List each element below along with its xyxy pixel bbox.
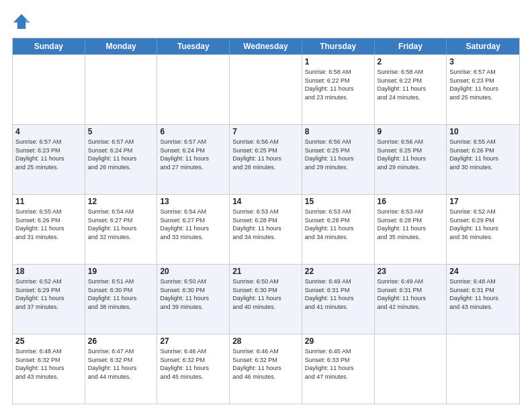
day-number: 28 xyxy=(232,336,299,346)
calendar-cell-w1d4: 8Sunrise: 6:56 AM Sunset: 6:25 PM Daylig… xyxy=(302,125,375,194)
day-number: 12 xyxy=(88,197,154,206)
calendar-header-saturday: Saturday xyxy=(447,38,519,54)
day-info: Sunrise: 6:57 AM Sunset: 6:24 PM Dayligh… xyxy=(88,138,154,171)
day-info: Sunrise: 6:53 AM Sunset: 6:28 PM Dayligh… xyxy=(232,208,299,241)
calendar-header-friday: Friday xyxy=(375,38,447,54)
calendar-cell-w0d6: 3Sunrise: 6:57 AM Sunset: 6:23 PM Daylig… xyxy=(447,55,519,124)
calendar-cell-w1d1: 5Sunrise: 6:57 AM Sunset: 6:24 PM Daylig… xyxy=(85,125,158,194)
calendar-header-tuesday: Tuesday xyxy=(157,38,230,54)
day-number: 22 xyxy=(305,267,371,276)
calendar-header-wednesday: Wednesday xyxy=(230,38,302,54)
calendar-cell-w4d0: 25Sunrise: 6:48 AM Sunset: 6:32 PM Dayli… xyxy=(13,334,85,404)
page: SundayMondayTuesdayWednesdayThursdayFrid… xyxy=(0,0,532,411)
day-number: 24 xyxy=(449,267,517,276)
calendar-cell-w1d2: 6Sunrise: 6:57 AM Sunset: 6:24 PM Daylig… xyxy=(157,125,230,194)
day-info: Sunrise: 6:52 AM Sunset: 6:29 PM Dayligh… xyxy=(15,277,82,311)
calendar-week-2: 11Sunrise: 6:55 AM Sunset: 6:26 PM Dayli… xyxy=(13,194,519,264)
calendar-cell-w0d0 xyxy=(13,55,85,124)
day-info: Sunrise: 6:57 AM Sunset: 6:23 PM Dayligh… xyxy=(15,138,82,171)
calendar-cell-w3d2: 20Sunrise: 6:50 AM Sunset: 6:30 PM Dayli… xyxy=(157,265,230,334)
calendar-body: 1Sunrise: 6:58 AM Sunset: 6:22 PM Daylig… xyxy=(13,54,519,404)
day-info: Sunrise: 6:53 AM Sunset: 6:28 PM Dayligh… xyxy=(305,208,371,241)
logo-icon xyxy=(12,12,31,31)
calendar-cell-w1d3: 7Sunrise: 6:56 AM Sunset: 6:25 PM Daylig… xyxy=(230,125,302,194)
calendar-cell-w3d1: 19Sunrise: 6:51 AM Sunset: 6:30 PM Dayli… xyxy=(85,265,158,334)
calendar-cell-w2d1: 12Sunrise: 6:54 AM Sunset: 6:27 PM Dayli… xyxy=(85,195,158,264)
calendar-week-3: 18Sunrise: 6:52 AM Sunset: 6:29 PM Dayli… xyxy=(13,264,519,334)
calendar-cell-w0d4: 1Sunrise: 6:58 AM Sunset: 6:22 PM Daylig… xyxy=(302,55,375,124)
day-number: 20 xyxy=(160,267,226,276)
calendar-header-monday: Monday xyxy=(85,38,158,54)
calendar-cell-w2d6: 17Sunrise: 6:52 AM Sunset: 6:29 PM Dayli… xyxy=(447,195,519,264)
day-number: 1 xyxy=(305,57,371,66)
day-info: Sunrise: 6:57 AM Sunset: 6:23 PM Dayligh… xyxy=(449,68,517,101)
day-info: Sunrise: 6:48 AM Sunset: 6:31 PM Dayligh… xyxy=(449,277,517,311)
day-info: Sunrise: 6:50 AM Sunset: 6:30 PM Dayligh… xyxy=(160,277,226,311)
calendar-cell-w1d0: 4Sunrise: 6:57 AM Sunset: 6:23 PM Daylig… xyxy=(13,125,85,194)
day-number: 5 xyxy=(88,127,154,136)
calendar-cell-w2d5: 16Sunrise: 6:53 AM Sunset: 6:28 PM Dayli… xyxy=(375,195,447,264)
calendar-cell-w2d0: 11Sunrise: 6:55 AM Sunset: 6:26 PM Dayli… xyxy=(13,195,85,264)
day-number: 18 xyxy=(15,267,82,276)
calendar-week-4: 25Sunrise: 6:48 AM Sunset: 6:32 PM Dayli… xyxy=(13,334,519,404)
day-number: 7 xyxy=(232,127,299,136)
day-info: Sunrise: 6:48 AM Sunset: 6:32 PM Dayligh… xyxy=(15,347,82,381)
day-number: 8 xyxy=(305,127,371,136)
calendar-cell-w2d3: 14Sunrise: 6:53 AM Sunset: 6:28 PM Dayli… xyxy=(230,195,302,264)
calendar-header-sunday: Sunday xyxy=(13,38,85,54)
day-number: 27 xyxy=(160,336,226,346)
calendar-cell-w2d4: 15Sunrise: 6:53 AM Sunset: 6:28 PM Dayli… xyxy=(302,195,375,264)
day-info: Sunrise: 6:46 AM Sunset: 6:32 PM Dayligh… xyxy=(232,347,299,381)
day-info: Sunrise: 6:56 AM Sunset: 6:25 PM Dayligh… xyxy=(232,138,299,171)
calendar-cell-w1d5: 9Sunrise: 6:56 AM Sunset: 6:25 PM Daylig… xyxy=(375,125,447,194)
day-info: Sunrise: 6:45 AM Sunset: 6:33 PM Dayligh… xyxy=(305,347,371,381)
day-number: 29 xyxy=(305,336,371,346)
calendar-cell-w4d2: 27Sunrise: 6:46 AM Sunset: 6:32 PM Dayli… xyxy=(157,334,230,404)
day-info: Sunrise: 6:54 AM Sunset: 6:27 PM Dayligh… xyxy=(160,208,226,241)
day-info: Sunrise: 6:47 AM Sunset: 6:32 PM Dayligh… xyxy=(88,347,154,381)
day-number: 10 xyxy=(449,127,517,136)
day-number: 4 xyxy=(15,127,82,136)
day-info: Sunrise: 6:55 AM Sunset: 6:26 PM Dayligh… xyxy=(449,138,517,171)
day-number: 19 xyxy=(88,267,154,276)
day-number: 9 xyxy=(378,127,444,136)
calendar-cell-w4d4: 29Sunrise: 6:45 AM Sunset: 6:33 PM Dayli… xyxy=(302,334,375,404)
calendar: SundayMondayTuesdayWednesdayThursdayFrid… xyxy=(12,38,520,404)
day-number: 16 xyxy=(378,197,444,206)
day-info: Sunrise: 6:56 AM Sunset: 6:25 PM Dayligh… xyxy=(305,138,371,171)
day-info: Sunrise: 6:58 AM Sunset: 6:22 PM Dayligh… xyxy=(305,68,371,101)
day-info: Sunrise: 6:49 AM Sunset: 6:31 PM Dayligh… xyxy=(378,277,444,311)
calendar-header-thursday: Thursday xyxy=(302,38,375,54)
calendar-cell-w3d3: 21Sunrise: 6:50 AM Sunset: 6:30 PM Dayli… xyxy=(230,265,302,334)
day-number: 3 xyxy=(449,57,517,66)
calendar-cell-w3d6: 24Sunrise: 6:48 AM Sunset: 6:31 PM Dayli… xyxy=(447,265,519,334)
day-number: 11 xyxy=(15,197,82,206)
svg-marker-1 xyxy=(26,18,30,22)
day-info: Sunrise: 6:50 AM Sunset: 6:30 PM Dayligh… xyxy=(232,277,299,311)
calendar-header-row: SundayMondayTuesdayWednesdayThursdayFrid… xyxy=(13,38,519,54)
calendar-cell-w4d1: 26Sunrise: 6:47 AM Sunset: 6:32 PM Dayli… xyxy=(85,334,158,404)
calendar-cell-w0d5: 2Sunrise: 6:58 AM Sunset: 6:22 PM Daylig… xyxy=(375,55,447,124)
day-number: 25 xyxy=(15,336,82,346)
day-info: Sunrise: 6:53 AM Sunset: 6:28 PM Dayligh… xyxy=(378,208,444,241)
day-number: 23 xyxy=(378,267,444,276)
calendar-cell-w0d3 xyxy=(230,55,302,124)
calendar-cell-w0d1 xyxy=(85,55,158,124)
calendar-cell-w4d5 xyxy=(375,334,447,404)
calendar-cell-w0d2 xyxy=(157,55,230,124)
day-number: 17 xyxy=(449,197,517,206)
day-info: Sunrise: 6:55 AM Sunset: 6:26 PM Dayligh… xyxy=(15,208,82,241)
header xyxy=(12,12,520,31)
calendar-cell-w2d2: 13Sunrise: 6:54 AM Sunset: 6:27 PM Dayli… xyxy=(157,195,230,264)
day-number: 6 xyxy=(160,127,226,136)
logo xyxy=(12,12,34,31)
day-info: Sunrise: 6:56 AM Sunset: 6:25 PM Dayligh… xyxy=(378,138,444,171)
day-number: 13 xyxy=(160,197,226,206)
day-number: 26 xyxy=(88,336,154,346)
day-info: Sunrise: 6:54 AM Sunset: 6:27 PM Dayligh… xyxy=(88,208,154,241)
calendar-cell-w1d6: 10Sunrise: 6:55 AM Sunset: 6:26 PM Dayli… xyxy=(447,125,519,194)
calendar-cell-w3d0: 18Sunrise: 6:52 AM Sunset: 6:29 PM Dayli… xyxy=(13,265,85,334)
calendar-cell-w3d5: 23Sunrise: 6:49 AM Sunset: 6:31 PM Dayli… xyxy=(375,265,447,334)
calendar-cell-w4d3: 28Sunrise: 6:46 AM Sunset: 6:32 PM Dayli… xyxy=(230,334,302,404)
day-number: 2 xyxy=(378,57,444,66)
